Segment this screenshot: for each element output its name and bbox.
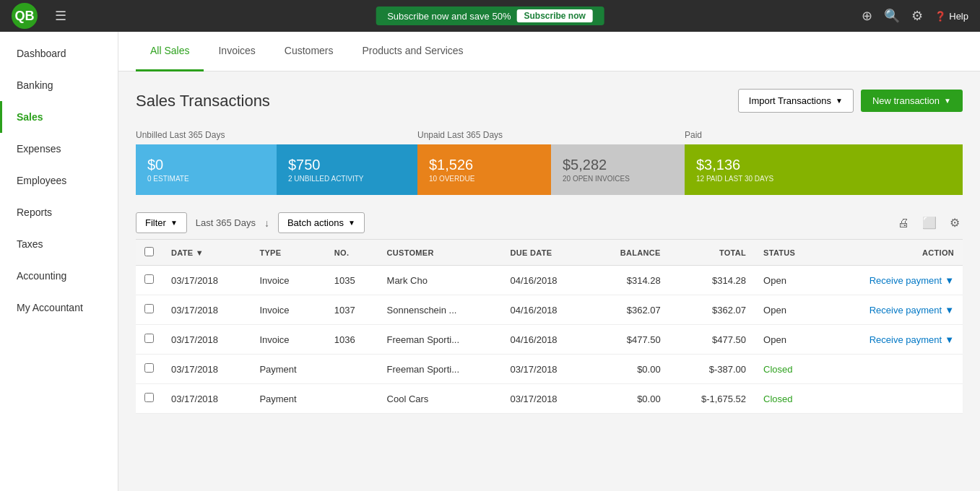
action-chevron-icon: ▼ [945, 275, 954, 286]
card-estimate[interactable]: $0 0 ESTIMATE [136, 144, 277, 195]
row-total: $-387.00 [669, 355, 755, 384]
page-title: Sales Transactions [136, 92, 738, 110]
row-due-date: 04/16/2018 [502, 266, 590, 295]
sidebar-item-taxes[interactable]: Taxes [0, 228, 118, 260]
card-open-label: 20 OPEN INVOICES [563, 175, 673, 183]
settings-icon[interactable]: ⚙ [911, 8, 923, 24]
sidebar-item-expenses[interactable]: Expenses [0, 133, 118, 165]
sidebar-item-accounting[interactable]: Accounting [0, 260, 118, 292]
promo-text: Subscribe now and save 50% [387, 11, 511, 22]
subscribe-button[interactable]: Subscribe now [516, 9, 592, 22]
row-checkbox-cell [136, 355, 162, 384]
row-type: Invoice [251, 295, 325, 325]
row-type: Invoice [251, 325, 325, 355]
receive-payment-link[interactable]: Receive payment ▼ [870, 334, 954, 345]
help-button[interactable]: ❓ Help [935, 11, 968, 22]
filter-actions-right: 🖨 ⬜ ⚙ [895, 213, 963, 233]
settings-gear-icon[interactable]: ⚙ [947, 213, 963, 233]
summary-labels: Unbilled Last 365 Days Unpaid Last 365 D… [136, 130, 963, 140]
row-customer: Freeman Sporti... [378, 325, 502, 355]
top-nav: QB ☰ Subscribe now and save 50% Subscrib… [0, 0, 980, 32]
row-no: 1036 [326, 325, 378, 355]
summary-cards: $0 0 ESTIMATE $750 2 UNBILLED ACTIVITY $… [136, 144, 963, 195]
tab-customers[interactable]: Customers [270, 32, 348, 71]
row-due-date: 04/16/2018 [502, 295, 590, 325]
main-layout: Dashboard Banking Sales Expenses Employe… [0, 32, 980, 491]
sidebar-item-employees[interactable]: Employees [0, 165, 118, 196]
row-checkbox[interactable] [144, 334, 154, 343]
table-body: 03/17/2018 Invoice 1035 Mark Cho 04/16/2… [136, 266, 963, 414]
row-action-cell: Receive payment ▼ [823, 295, 963, 325]
card-overdue[interactable]: $1,526 10 OVERDUE [417, 144, 551, 195]
tab-invoices[interactable]: Invoices [204, 32, 269, 71]
import-chevron-icon: ▼ [836, 97, 843, 105]
row-action-cell: Receive payment ▼ [823, 266, 963, 295]
row-no: 1037 [326, 295, 378, 325]
table-row: 03/17/2018 Payment Cool Cars 03/17/2018 … [136, 384, 963, 414]
row-action-cell [823, 384, 963, 414]
batch-actions-button[interactable]: Batch actions ▼ [278, 212, 365, 233]
filter-button[interactable]: Filter ▼ [136, 212, 187, 233]
help-label: Help [949, 11, 968, 22]
new-transaction-chevron-icon: ▼ [944, 97, 951, 105]
sidebar-item-my-accountant[interactable]: My Accountant [0, 292, 118, 323]
row-total: $-1,675.52 [669, 384, 755, 414]
new-transaction-button[interactable]: New transaction ▼ [861, 90, 963, 112]
import-label: Import Transactions [749, 95, 831, 106]
logo-area: QB ☰ [12, 3, 66, 29]
receive-payment-link[interactable]: Receive payment ▼ [870, 305, 954, 316]
card-paid-label: 12 PAID LAST 30 DAYS [696, 175, 951, 183]
th-type: TYPE [251, 240, 325, 266]
card-paid[interactable]: $3,136 12 PAID LAST 30 DAYS [685, 144, 963, 195]
sidebar-item-dashboard[interactable]: Dashboard [0, 38, 118, 69]
help-icon: ❓ [935, 11, 946, 22]
row-balance: $0.00 [590, 355, 669, 384]
sidebar-item-reports[interactable]: Reports [0, 196, 118, 228]
row-type: Invoice [251, 266, 325, 295]
content-area: All Sales Invoices Customers Products an… [118, 32, 980, 491]
promo-banner: Subscribe now and save 50% Subscribe now [376, 6, 604, 25]
row-date: 03/17/2018 [162, 384, 251, 414]
th-select-all [136, 240, 162, 266]
row-checkbox[interactable] [144, 274, 154, 284]
filter-period: Last 365 Days [196, 217, 256, 228]
row-checkbox[interactable] [144, 393, 154, 402]
row-status: Open [755, 325, 823, 355]
tab-products-services[interactable]: Products and Services [348, 32, 478, 71]
search-icon[interactable]: 🔍 [884, 8, 900, 24]
receive-payment-link[interactable]: Receive payment ▼ [870, 275, 954, 286]
row-no [326, 355, 378, 384]
th-no: NO. [326, 240, 378, 266]
table-row: 03/17/2018 Invoice 1037 Sonnenschein ...… [136, 295, 963, 325]
row-checkbox-cell [136, 266, 162, 295]
sidebar-item-sales[interactable]: Sales [0, 101, 118, 133]
select-all-checkbox[interactable] [144, 247, 154, 256]
hamburger-icon[interactable]: ☰ [55, 8, 66, 24]
row-balance: $314.28 [590, 266, 669, 295]
row-no [326, 384, 378, 414]
card-unbilled[interactable]: $750 2 UNBILLED ACTIVITY [277, 144, 417, 195]
card-estimate-amount: $0 [147, 157, 265, 173]
export-icon[interactable]: ⬜ [919, 213, 940, 233]
row-checkbox[interactable] [144, 304, 154, 313]
add-icon[interactable]: ⊕ [862, 8, 872, 24]
print-icon[interactable]: 🖨 [895, 213, 912, 233]
sort-icon[interactable]: ↓ [264, 217, 269, 229]
unpaid-label: Unpaid Last 365 Days [417, 130, 685, 140]
tab-all-sales[interactable]: All Sales [136, 32, 204, 71]
th-date[interactable]: DATE ▼ [162, 240, 251, 266]
row-checkbox[interactable] [144, 363, 154, 373]
card-overdue-label: 10 OVERDUE [429, 175, 539, 183]
action-chevron-icon: ▼ [945, 305, 954, 316]
sidebar-item-banking[interactable]: Banking [0, 69, 118, 101]
filter-label: Filter [145, 217, 166, 228]
batch-actions-label: Batch actions [287, 217, 344, 228]
row-customer: Sonnenschein ... [378, 295, 502, 325]
table-row: 03/17/2018 Invoice 1035 Mark Cho 04/16/2… [136, 266, 963, 295]
row-due-date: 03/17/2018 [502, 355, 590, 384]
row-total: $314.28 [669, 266, 755, 295]
card-unbilled-label: 2 UNBILLED ACTIVITY [288, 175, 406, 183]
import-transactions-button[interactable]: Import Transactions ▼ [738, 89, 854, 113]
card-open-invoices[interactable]: $5,282 20 OPEN INVOICES [551, 144, 685, 195]
table-row: 03/17/2018 Invoice 1036 Freeman Sporti..… [136, 325, 963, 355]
